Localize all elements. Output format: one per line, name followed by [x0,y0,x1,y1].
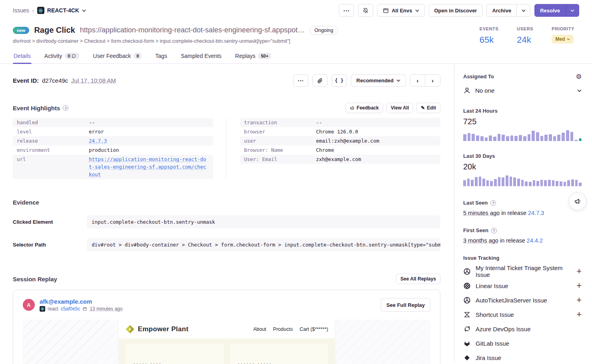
highlight-row: urlhttps://application-monitoring-react-… [13,155,213,179]
event-highlights-title: Event Highlights ? [13,105,68,111]
comment-bubble-icon [72,54,76,58]
archive-dropdown-button[interactable] [517,4,530,17]
see-full-replay-button[interactable]: See Full Replay [381,298,430,312]
resolve-dropdown-button[interactable] [566,4,579,17]
chart-bar [567,180,570,186]
event-id-label: Event ID: [13,77,39,84]
person-icon [463,87,471,94]
url-link[interactable]: https://application-monitoring-react-dot… [89,155,209,178]
chart-bar [506,175,508,186]
add-issue-button[interactable]: + [576,310,582,319]
chart-bar [533,180,536,186]
help-icon[interactable]: ? [490,200,496,206]
add-issue-button[interactable]: + [576,281,582,290]
event-details-main: Event ID: d27ce49c Jul 17, 10:08 AM ⋯ { … [0,64,454,362]
add-issue-button[interactable]: + [576,267,582,276]
environment-selector[interactable]: All Envs [377,4,424,17]
previous-event-button[interactable]: ‹ [410,74,425,87]
pencil-icon: ✎ [421,105,425,111]
feedback-button[interactable]: Feedback [345,103,383,113]
see-all-replays-button[interactable]: See All Replays [396,274,440,284]
issue-tracking-row: Jira Issue [463,350,582,364]
last-24h-title: Last 24 Hours [463,108,498,114]
issue-header: Issues › REACT-4CK ⋯ [0,4,592,64]
chart-bar [502,177,504,186]
tab-details[interactable]: Details [13,50,32,64]
highlights-table-right: transaction-- browserChrome 126.0.0 user… [226,118,440,179]
users-stat-value[interactable]: 24k [517,35,533,45]
highlight-row: User: Emailzxh@example.com [240,155,440,164]
project-selector[interactable]: REACT-4CK [37,7,86,14]
resolve-button[interactable]: Resolve [534,4,566,17]
tab-user-feedback[interactable]: User Feedback0 [92,50,142,64]
view-json-button[interactable]: { } [332,74,347,87]
tab-sampled-events[interactable]: Sampled Events [180,50,222,64]
chart-bar [514,136,518,141]
issue-stats: EVENTS 65k USERS 24k PRIORITY Med [480,26,574,45]
chart-bar [510,135,514,141]
chart-bar [564,182,566,186]
copy-link-button[interactable] [312,74,328,87]
next-event-button[interactable]: › [425,74,440,87]
archive-button[interactable]: Archive [486,4,517,17]
help-icon[interactable]: ? [63,105,68,111]
ticket-system-icon [463,296,471,304]
priority-badge[interactable]: Med [552,35,574,44]
highlight-row: environmentproduction [13,145,213,155]
issue-tracking-row: Shortcut Issue + [463,307,582,322]
calendar-icon [82,306,87,311]
chart-bar [476,135,479,141]
assignee-selector[interactable]: No one [463,87,582,94]
assigned-to-title: Assigned To [463,74,494,80]
paperclip-icon [317,78,323,84]
add-issue-button[interactable]: + [576,296,582,304]
event-more-button[interactable]: ⋯ [293,74,308,87]
evidence-row: Clicked Element input.complete-checkout-… [13,215,440,229]
event-navigation-dropdown[interactable]: Recommended [351,74,406,87]
highlight-row: release24.7.3 [13,136,213,145]
view-all-button[interactable]: View All [386,103,413,113]
evidence-row: Selector Path div#root > div#body-contai… [13,238,440,251]
mute-alerts-button[interactable] [358,4,373,17]
replay-preview[interactable]: Empower Plant About Products Cart ($****… [23,320,430,364]
highlight-row: Browser: NameChrome [240,145,440,155]
chart-bar [566,130,569,141]
tab-activity[interactable]: Activity 0 [44,50,80,64]
product-card: ****** ***** **** ****** ***** *** *****… [230,344,328,364]
replay-user-link[interactable]: afk@example.com [40,298,122,305]
release-link[interactable]: 24.7.3 [528,210,544,216]
last-seen-title: Last Seen? [463,200,496,206]
chart-bar [523,136,526,141]
chart-bar [544,135,548,141]
events-stat-value[interactable]: 65k [480,35,499,45]
replay-id-link[interactable]: c5af0e5c [61,306,80,312]
highlight-row: transaction-- [240,118,440,127]
open-in-discover-button[interactable]: Open in Discover [429,4,483,17]
chart-bar [482,179,485,186]
priority-value: Med [555,36,565,42]
issue-tracking-row: My Internal Ticket Triage System Issue + [463,264,582,278]
issue-tabs: Details Activity 0 User Feedback0 Tags S… [0,50,592,64]
tab-tags[interactable]: Tags [154,50,168,64]
release-link[interactable]: 24.4.2 [527,237,543,244]
chart-bar [553,136,556,141]
more-actions-button[interactable]: ⋯ [339,4,354,17]
feedback-button-label: Feedback [357,105,379,111]
floating-feedback-button[interactable] [569,193,586,210]
help-icon[interactable]: ? [491,228,497,233]
breadcrumb: Issues › REACT-4CK [13,7,86,14]
chart-bar [529,182,532,186]
release-link[interactable]: 24.7.3 [89,137,107,145]
chart-bar [486,180,489,186]
ellipsis-icon: ⋯ [298,77,304,84]
first-seen-value: 3 months ago in release 24.4.2 [463,237,582,244]
breadcrumb-separator: › [32,8,34,14]
edit-button[interactable]: ✎ Edit [416,103,440,113]
site-nav-cart: Cart ($******) [300,326,328,332]
breadcrumb-issues-link[interactable]: Issues [13,7,29,14]
gear-icon[interactable]: ⚙ [576,73,582,80]
tab-replays[interactable]: Replays50+ [234,50,272,64]
chart-bar [528,134,531,141]
last-24h-count: 725 [463,117,582,126]
chart-bar [540,136,544,141]
